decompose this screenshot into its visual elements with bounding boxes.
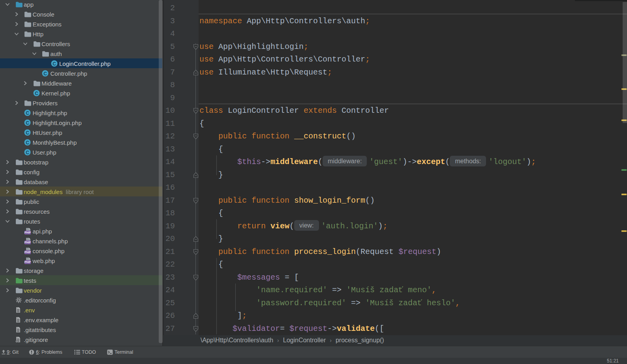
svg-text:C: C bbox=[26, 140, 29, 145]
svg-text:C: C bbox=[26, 149, 29, 155]
svg-text:PHP: PHP bbox=[24, 241, 31, 244]
svg-text:PHP: PHP bbox=[24, 250, 31, 254]
svg-text:C: C bbox=[26, 120, 29, 125]
svg-text:C: C bbox=[53, 61, 56, 66]
svg-text:PHP: PHP bbox=[24, 231, 31, 234]
svg-text:PHP: PHP bbox=[24, 260, 31, 264]
svg-text:C: C bbox=[35, 90, 38, 96]
svg-text:C: C bbox=[26, 110, 29, 116]
svg-text:C: C bbox=[26, 130, 29, 135]
svg-text:C: C bbox=[43, 71, 47, 76]
